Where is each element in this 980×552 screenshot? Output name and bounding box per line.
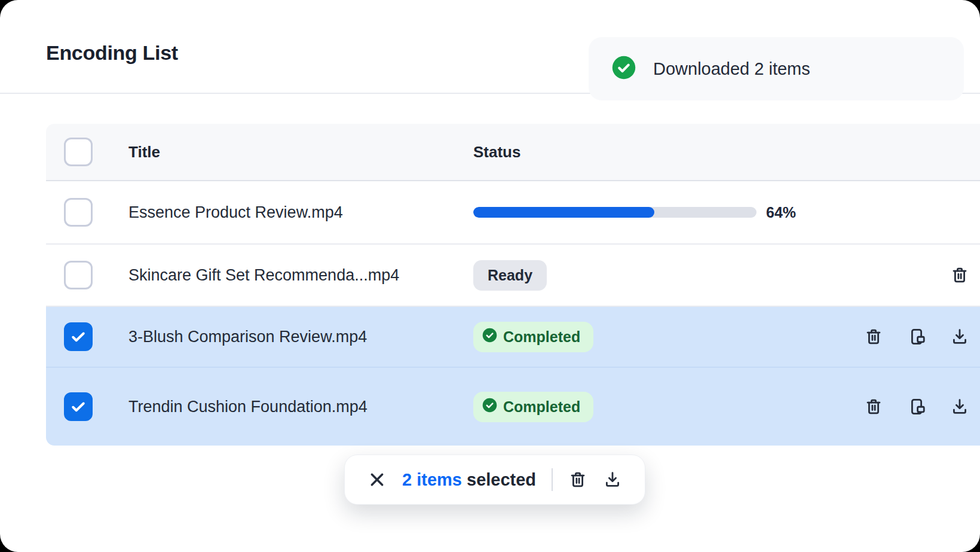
row-title: Trendin Cushion Foundation.mp4	[128, 398, 473, 416]
row-title: Skincare Gift Set Recommenda...mp4	[128, 266, 473, 285]
row-checkbox[interactable]	[64, 261, 93, 289]
trash-icon	[950, 266, 969, 285]
caption-button[interactable]	[907, 397, 926, 416]
bulk-download-button[interactable]	[603, 470, 622, 489]
trash-icon	[568, 470, 587, 489]
row-title: Essence Product Review.mp4	[128, 203, 473, 222]
status-badge-completed: Completed	[473, 392, 593, 422]
column-header-title: Title	[128, 143, 473, 161]
delete-button[interactable]	[864, 397, 883, 416]
phone-caption-icon	[907, 397, 926, 416]
column-header-status: Status	[473, 143, 864, 161]
table-header-row: Title Status	[46, 124, 980, 181]
trash-icon	[864, 397, 883, 416]
table-row: Essence Product Review.mp4 64%	[46, 181, 980, 243]
table-row: 3-Blush Comparison Review.mp4 Completed	[46, 306, 980, 367]
completed-check-icon	[482, 327, 498, 347]
completed-check-icon	[482, 397, 498, 417]
toast-message: Downloaded 2 items	[653, 59, 810, 79]
row-checkbox[interactable]	[64, 392, 93, 421]
delete-button[interactable]	[864, 327, 883, 346]
status-badge-completed: Completed	[473, 322, 593, 352]
selection-label: selected	[467, 470, 536, 489]
download-icon	[950, 397, 969, 416]
encoding-table: Title Status Essence Product Review.mp4 …	[46, 124, 980, 446]
table-row: Skincare Gift Set Recommenda...mp4 Ready	[46, 243, 980, 306]
encoding-list-panel: Encoding List Downloaded 2 items Title S…	[0, 0, 980, 552]
download-button[interactable]	[950, 327, 969, 346]
progress-bar	[473, 207, 757, 218]
trash-icon	[864, 327, 883, 346]
selection-bar-divider	[552, 468, 553, 491]
close-icon	[368, 470, 387, 489]
caption-button[interactable]	[907, 327, 926, 346]
toast-downloaded: Downloaded 2 items	[589, 37, 964, 100]
selection-count: 2 items	[402, 470, 462, 489]
selection-bar: 2 items selected	[344, 455, 645, 505]
download-icon	[950, 327, 969, 346]
selection-status-text: 2 items selected	[402, 470, 536, 490]
progress-fill	[473, 207, 654, 218]
status-badge-ready: Ready	[473, 260, 547, 291]
bulk-delete-button[interactable]	[568, 470, 587, 489]
row-checkbox[interactable]	[64, 198, 93, 227]
check-circle-icon	[611, 55, 636, 83]
delete-button[interactable]	[950, 266, 969, 285]
download-icon	[603, 470, 622, 489]
download-button[interactable]	[950, 397, 969, 416]
row-checkbox[interactable]	[64, 322, 93, 351]
page-title: Encoding List	[46, 41, 178, 65]
phone-caption-icon	[907, 327, 926, 346]
row-title: 3-Blush Comparison Review.mp4	[128, 328, 473, 346]
table-row: Trendin Cushion Foundation.mp4 Completed	[46, 367, 980, 446]
select-all-checkbox[interactable]	[64, 138, 93, 166]
clear-selection-button[interactable]	[368, 470, 387, 489]
progress-label: 64%	[766, 204, 796, 221]
